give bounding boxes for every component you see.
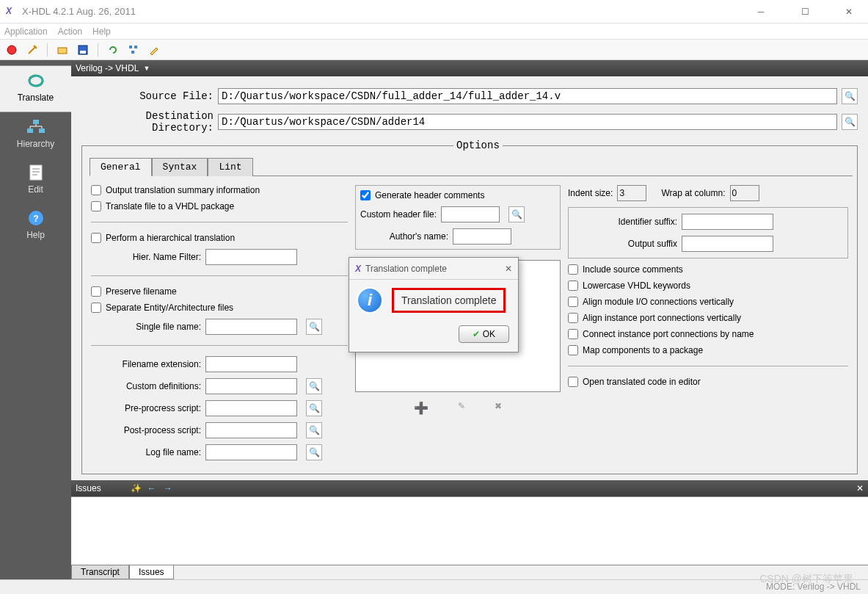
- custom-header-input[interactable]: [441, 206, 500, 222]
- issues-bar: Issues ✨ ←→ ✕: [71, 480, 868, 496]
- chk-align-port[interactable]: [568, 313, 578, 323]
- chk-hierarchical[interactable]: [91, 233, 101, 243]
- ident-suffix-input[interactable]: [682, 214, 773, 230]
- indent-size-spinner[interactable]: 3: [617, 185, 646, 201]
- svg-rect-1: [58, 48, 67, 54]
- source-file-input[interactable]: [218, 88, 837, 104]
- menu-action[interactable]: Action: [58, 26, 82, 37]
- chk-lowercase-label: Lowercase VHDL keywords: [583, 281, 690, 291]
- tab-general[interactable]: General: [90, 158, 152, 176]
- single-file-input[interactable]: [205, 319, 297, 335]
- window-title: X-HDL 4.2.1 Aug. 26, 2011: [22, 6, 748, 17]
- toolbar-edit-icon[interactable]: [147, 43, 161, 57]
- sidebar-item-help[interactable]: ? Help: [0, 203, 71, 249]
- sidebar-label: Help: [0, 230, 71, 240]
- browse-pre-script[interactable]: 🔍: [306, 400, 322, 416]
- dest-dir-label: Destination Directory:: [81, 110, 214, 134]
- issues-next-icon[interactable]: →: [164, 483, 172, 493]
- maximize-button[interactable]: ☐: [792, 7, 818, 17]
- single-file-label: Single file name:: [91, 322, 201, 332]
- list-edit-icon[interactable]: ✎: [458, 401, 465, 415]
- chk-connect-name[interactable]: [568, 329, 578, 339]
- tab-lint[interactable]: Lint: [208, 158, 252, 176]
- chk-align-io[interactable]: [568, 297, 578, 307]
- custom-def-input[interactable]: [205, 378, 297, 394]
- translate-icon: [25, 72, 47, 90]
- chk-lowercase[interactable]: [568, 281, 578, 291]
- bottom-tab-transcript[interactable]: Transcript: [71, 565, 129, 579]
- list-add-icon[interactable]: ➕: [414, 401, 428, 415]
- chk-gen-header[interactable]: [360, 190, 371, 200]
- watermark: CSDN @树下等苹果: [759, 573, 853, 586]
- chk-align-port-label: Align instance port connections vertical…: [583, 313, 741, 323]
- sidebar-item-edit[interactable]: Edit: [0, 158, 71, 203]
- svg-rect-8: [27, 129, 33, 133]
- chk-output-summary[interactable]: [91, 185, 101, 195]
- browse-log-file[interactable]: 🔍: [306, 444, 322, 460]
- minimize-button[interactable]: ─: [748, 7, 774, 17]
- bottom-tab-issues[interactable]: Issues: [129, 565, 174, 579]
- sidebar-label: Hierarchy: [0, 139, 71, 149]
- post-script-input[interactable]: [205, 422, 297, 438]
- toolbar-settings-icon[interactable]: [25, 43, 40, 57]
- chk-separate-files[interactable]: [91, 303, 101, 313]
- chk-output-summary-label: Output translation summary information: [106, 185, 260, 195]
- toolbar-refresh-icon[interactable]: [106, 43, 120, 57]
- toolbar-stop-icon[interactable]: [4, 43, 19, 57]
- issues-prev-icon[interactable]: ←: [147, 483, 156, 493]
- dialog-app-icon: X: [355, 264, 361, 274]
- browse-dest-button[interactable]: 🔍: [842, 114, 858, 130]
- dropdown-icon: ▼: [143, 65, 150, 72]
- sidebar-label: Edit: [0, 184, 71, 195]
- sidebar-item-hierarchy[interactable]: Hierarchy: [0, 112, 71, 158]
- list-remove-icon[interactable]: ✖: [495, 401, 502, 415]
- menu-help[interactable]: Help: [92, 26, 111, 37]
- chk-include-comments[interactable]: [568, 264, 578, 275]
- wrap-col-spinner[interactable]: 0: [730, 185, 759, 201]
- ok-button[interactable]: ✔ OK: [459, 325, 509, 343]
- sidebar-item-translate[interactable]: Translate: [0, 65, 71, 112]
- browse-custom-def[interactable]: 🔍: [306, 378, 322, 394]
- chk-map-pkg[interactable]: [568, 345, 578, 355]
- svg-point-0: [7, 46, 16, 54]
- filename-ext-input[interactable]: [205, 356, 297, 372]
- custom-def-label: Custom definitions:: [91, 381, 201, 391]
- window-titlebar: X X-HDL 4.2.1 Aug. 26, 2011 ─ ☐ ✕: [0, 0, 868, 23]
- custom-header-label: Custom header file:: [360, 209, 437, 220]
- log-file-input[interactable]: [205, 444, 297, 460]
- mode-bar[interactable]: Verilog -> VHDL ▼: [71, 60, 868, 76]
- toolbar-tree-icon[interactable]: [126, 43, 141, 57]
- ok-label: OK: [483, 329, 495, 339]
- author-label: Author's name:: [360, 231, 448, 242]
- svg-rect-6: [131, 51, 134, 54]
- indent-label: Indent size:: [568, 188, 613, 198]
- menu-application[interactable]: Application: [4, 26, 48, 37]
- dialog-close-icon[interactable]: ✕: [505, 264, 512, 274]
- browse-custom-header[interactable]: 🔍: [508, 206, 525, 222]
- close-button[interactable]: ✕: [836, 7, 862, 17]
- output-suffix-input[interactable]: [682, 236, 773, 252]
- tab-syntax[interactable]: Syntax: [152, 158, 208, 176]
- svg-text:?: ?: [33, 214, 38, 224]
- issues-body[interactable]: [71, 496, 868, 565]
- issues-close-icon[interactable]: ✕: [856, 483, 864, 493]
- issues-label: Issues: [76, 483, 101, 493]
- help-icon: ?: [25, 209, 47, 227]
- toolbar: [0, 40, 868, 60]
- chk-open-editor[interactable]: [568, 377, 578, 387]
- author-input[interactable]: [453, 228, 511, 245]
- hier-filter-input[interactable]: [205, 249, 297, 265]
- browse-source-button[interactable]: 🔍: [842, 88, 858, 104]
- svg-rect-5: [134, 46, 137, 48]
- mode-label: Verilog -> VHDL: [76, 63, 139, 73]
- browse-single-file[interactable]: 🔍: [306, 319, 322, 335]
- browse-post-script[interactable]: 🔍: [306, 422, 322, 438]
- issues-wand-icon[interactable]: ✨: [131, 483, 142, 493]
- dest-dir-input[interactable]: [218, 114, 837, 130]
- chk-preserve-filename[interactable]: [91, 286, 101, 297]
- sidebar-label: Translate: [0, 93, 71, 103]
- pre-script-input[interactable]: [205, 400, 297, 416]
- chk-translate-pkg[interactable]: [91, 201, 101, 211]
- toolbar-save-icon[interactable]: [76, 43, 90, 57]
- toolbar-open-icon[interactable]: [55, 43, 70, 57]
